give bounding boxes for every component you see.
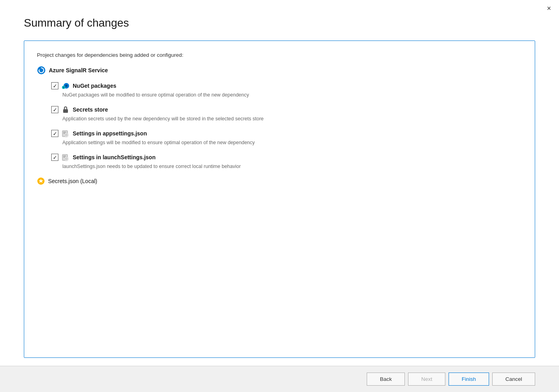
secrets-checkbox[interactable]: ✓ (51, 106, 58, 113)
secrets-label: Secrets store (73, 106, 108, 113)
dependency-item-launchsettings: ✓ Settings in launchSettings.json launch… (51, 153, 522, 169)
next-button[interactable]: Next (408, 373, 445, 386)
dependency-header-launchsettings: ✓ Settings in launchSettings.json (51, 153, 522, 161)
content-area: Summary of changes Project changes for d… (0, 17, 559, 366)
secrets-check-mark: ✓ (53, 107, 57, 112)
launchsettings-description: launchSettings.json needs to be updated … (62, 164, 522, 169)
summary-box: Project changes for dependencies being a… (24, 41, 535, 358)
nuget-icon (62, 82, 70, 90)
svg-rect-18 (63, 157, 65, 157)
secrets-json-icon (37, 177, 45, 185)
dependency-header-appsettings: ✓ Settings in appsettings.json (51, 129, 522, 137)
dependency-item-secrets: ✓ Secrets store Application secrets used… (51, 106, 522, 122)
summary-description: Project changes for dependencies being a… (37, 52, 522, 58)
nuget-label: NuGet packages (73, 83, 116, 89)
close-button[interactable]: × (544, 3, 554, 14)
appsettings-check-mark: ✓ (53, 131, 57, 136)
footer: Back Next Finish Cancel (0, 366, 559, 392)
launchsettings-icon (62, 153, 70, 161)
dependency-item-nuget: ✓ NuGet packages NuGet packages will be … (51, 82, 522, 98)
launchsettings-checkbox[interactable]: ✓ (51, 154, 58, 161)
azure-signalr-icon (37, 66, 46, 75)
svg-point-5 (63, 87, 64, 88)
launchsettings-check-mark: ✓ (53, 155, 57, 160)
dependency-header-nuget: ✓ NuGet packages (51, 82, 522, 90)
svg-rect-6 (63, 109, 68, 113)
appsettings-checkbox[interactable]: ✓ (51, 130, 58, 137)
dependency-list: ✓ NuGet packages NuGet packages will be … (51, 82, 522, 169)
dependency-header-secrets: ✓ Secrets store (51, 106, 522, 114)
appsettings-label: Settings in appsettings.json (73, 130, 147, 137)
back-button[interactable]: Back (367, 373, 405, 386)
page-title: Summary of changes (24, 17, 535, 29)
service-name: Azure SignalR Service (49, 67, 108, 73)
appsettings-icon (62, 129, 70, 137)
nuget-description: NuGet packages will be modified to ensur… (62, 92, 522, 98)
svg-rect-12 (63, 133, 65, 133)
svg-rect-11 (63, 132, 66, 132)
appsettings-description: Application settings will be modified to… (62, 140, 522, 145)
nuget-check-mark: ✓ (53, 83, 57, 89)
svg-point-3 (65, 85, 68, 87)
svg-point-16 (66, 158, 67, 160)
finish-button[interactable]: Finish (449, 373, 489, 386)
secrets-json-item: Secrets.json (Local) (37, 177, 522, 185)
title-bar: × (0, 0, 559, 17)
secrets-json-label: Secrets.json (Local) (48, 178, 97, 184)
service-item: Azure SignalR Service (37, 66, 522, 75)
lock-icon (62, 106, 70, 114)
secrets-description: Application secrets used by the new depe… (62, 116, 522, 122)
dependency-item-appsettings: ✓ Settings in appsettings.json Applicati… (51, 129, 522, 145)
nuget-checkbox[interactable]: ✓ (51, 82, 58, 89)
svg-point-10 (66, 135, 67, 136)
launchsettings-label: Settings in launchSettings.json (73, 154, 155, 160)
svg-rect-17 (63, 156, 66, 156)
cancel-button[interactable]: Cancel (492, 373, 535, 386)
